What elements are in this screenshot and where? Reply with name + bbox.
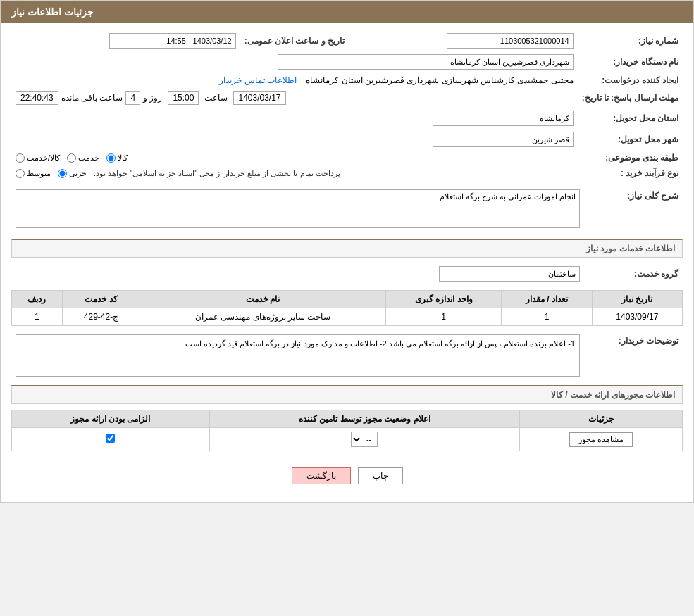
- page-wrapper: جزئیات اطلاعات نیاز شماره نیاز: تاریخ و …: [0, 0, 694, 503]
- radio-kala-khadamat-label: کالا/خدمت: [27, 153, 60, 163]
- ijad-konande-value: مجتبی جمشیدی کارشناس شهرسازی شهرداری قصر…: [306, 75, 573, 85]
- mojavez-section-title: اطلاعات مجوزهای ارائه خدمت / کالا: [11, 385, 683, 404]
- sharh-koli-label: شرح کلی نیاز:: [584, 187, 683, 233]
- table-row: 1403/09/17 1 1 ساخت سایر پروژه‌های مهندس…: [12, 308, 683, 326]
- alam-select[interactable]: --: [351, 432, 378, 447]
- radio-jozi[interactable]: [58, 169, 67, 178]
- sharh-koli-table: شرح کلی نیاز: انجام امورات عمرانی به شرح…: [11, 187, 683, 233]
- row-radif: 1: [12, 308, 63, 326]
- row-vahed: 1: [386, 308, 502, 326]
- permission-elzami: [12, 428, 210, 451]
- row-tedad: 1: [502, 308, 592, 326]
- col-alam: اعلام وضعیت مجوز توسط تامین کننده: [209, 410, 519, 428]
- row-nam-khadamat: ساخت سایر پروژه‌های مهندسی عمران: [140, 308, 386, 326]
- radio-mottavasset-label: متوسط: [27, 169, 51, 178]
- info-table: شماره نیاز: تاریخ و ساعت اعلان عمومی: نا…: [11, 30, 683, 181]
- deadline-time-value: 15:00: [168, 91, 199, 105]
- gorohe-khadamat-input[interactable]: [439, 266, 580, 282]
- gorohe-khadamat-label: گروه خدمت:: [584, 263, 683, 284]
- main-content: شماره نیاز: تاریخ و ساعت اعلان عمومی: نا…: [1, 23, 693, 502]
- shomare-niaz-input[interactable]: [447, 33, 574, 49]
- tawzih-text: 1- اعلام برنده استعلام ، پس از ارائه برگ…: [185, 339, 575, 348]
- col-joziyat: جزئیات: [519, 410, 682, 428]
- days-value: 4: [125, 91, 140, 105]
- nam-dastgah-label: نام دستگاه خریدار:: [578, 51, 683, 73]
- tawzih-label: توضیحات خریدار:: [584, 332, 683, 379]
- radio-mottavasset[interactable]: [16, 169, 25, 178]
- etelaat-tamas-link[interactable]: اطلاعات تماس خریدار: [219, 75, 297, 85]
- view-mojavez-button[interactable]: مشاهده مجوز: [569, 432, 633, 447]
- services-section-title: اطلاعات خدمات مورد نیاز: [11, 239, 683, 258]
- radio-khadamat-label: خدمت: [78, 153, 99, 163]
- ijad-konande-label: ایجاد کننده درخواست:: [578, 73, 683, 88]
- permission-row: مشاهده مجوز --: [12, 428, 683, 451]
- ostan-label: استان محل تحویل:: [578, 108, 683, 129]
- radio-kala[interactable]: [106, 153, 116, 163]
- permission-joziyat: مشاهده مجوز: [519, 428, 682, 451]
- shomare-niaz-label: شماره نیاز:: [578, 30, 683, 51]
- ostan-input[interactable]: [433, 111, 574, 126]
- radio-kala-label: کالا: [118, 153, 128, 163]
- col-vahed: واحد اندازه گیری: [386, 291, 502, 308]
- detail-table: تاریخ نیاز تعداد / مقدار واحد اندازه گیر…: [11, 290, 683, 326]
- nam-dastgah-input[interactable]: [278, 54, 574, 70]
- row-tarikh: 1403/09/17: [592, 308, 682, 326]
- col-tedad: تعداد / مقدار: [502, 291, 592, 308]
- gorohe-khadamat-table: گروه خدمت:: [11, 263, 683, 284]
- mohlat-ersal-label: مهلت ارسال پاسخ: تا تاریخ:: [578, 88, 683, 108]
- tarikh-label: تاریخ و ساعت اعلان عمومی:: [240, 30, 349, 51]
- col-kod-khadamat: کد خدمت: [62, 291, 140, 308]
- page-title: جزئیات اطلاعات نیاز: [11, 6, 94, 18]
- footer-buttons: چاپ بازگشت: [11, 457, 683, 495]
- row-kod-khadamat: ج-42-429: [62, 308, 140, 326]
- deadline-date-value: 1403/03/17: [233, 91, 285, 105]
- tawzih-table: توضیحات خریدار: 1- اعلام برنده استعلام ،…: [11, 332, 683, 379]
- col-tarikh: تاریخ نیاز: [592, 291, 682, 308]
- note-farayand: پرداخت تمام یا بخشی از مبلغ خریدار از مح…: [94, 169, 340, 178]
- sahat-label: ساعت: [204, 93, 228, 103]
- shahr-input[interactable]: [433, 132, 574, 147]
- days-label: روز و: [143, 93, 162, 103]
- radio-jozi-label: جزیی: [69, 169, 87, 178]
- col-nam-khadamat: نام خدمت: [140, 291, 386, 308]
- permission-alam: --: [209, 428, 519, 451]
- elzami-checkbox[interactable]: [106, 434, 115, 443]
- tarikh-input[interactable]: [109, 33, 236, 49]
- chap-button[interactable]: چاپ: [358, 467, 403, 484]
- col-radif: ردیف: [12, 291, 63, 308]
- noe-farayand-label: نوع فرآیند خرید :: [578, 165, 683, 181]
- sharh-koli-wrapper: انجام امورات عمرانی به شرح برگه استعلام: [16, 189, 580, 230]
- permission-table: جزئیات اعلام وضعیت مجوز توسط تامین کننده…: [11, 410, 683, 451]
- tabaqe-label: طبقه بندی موضوعی:: [578, 150, 683, 165]
- page-header: جزئیات اطلاعات نیاز: [1, 1, 693, 23]
- bazgasht-button[interactable]: بازگشت: [292, 467, 351, 484]
- shahr-label: شهر محل تحویل:: [578, 129, 683, 150]
- sahat-baqi-label: ساعت باقی مانده: [61, 93, 123, 103]
- remaining-time-value: 22:40:43: [16, 91, 58, 105]
- tawzih-value: 1- اعلام برنده استعلام ، پس از ارائه برگ…: [16, 334, 580, 377]
- col-elzami: الزامی بودن ارائه مجوز: [12, 410, 210, 428]
- sharh-koli-textarea[interactable]: انجام امورات عمرانی به شرح برگه استعلام: [16, 189, 580, 228]
- radio-khadamat[interactable]: [67, 153, 76, 163]
- radio-kala-khadamat[interactable]: [16, 153, 25, 163]
